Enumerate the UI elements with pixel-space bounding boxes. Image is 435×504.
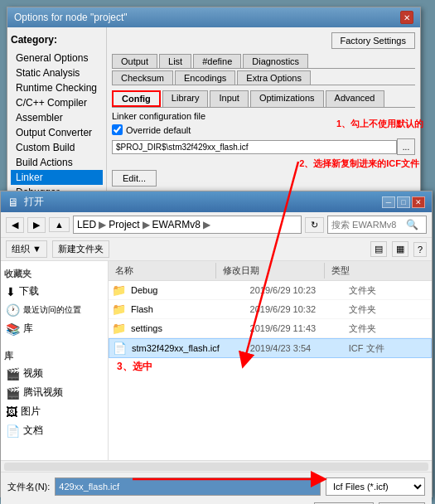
top-window-title: Options for node "project": [14, 12, 128, 23]
col-type: 类型: [325, 263, 432, 279]
file-row-flash[interactable]: 📁 Flash 2019/6/29 10:32 文件夹: [109, 300, 432, 319]
tab-list[interactable]: List: [159, 54, 191, 68]
breadcrumb[interactable]: LED ▶ Project ▶ EWARMv8 ▶: [73, 216, 302, 234]
bottom-window-title: 打开: [24, 195, 44, 209]
lib-documents[interactable]: 📄 文档: [4, 421, 104, 440]
breadcrumb-item-led[interactable]: LED: [77, 219, 96, 230]
recent-icon: 🕐: [6, 303, 20, 317]
cat-general[interactable]: General Options: [11, 51, 103, 65]
fav-recent[interactable]: 🕐 最近访问的位置: [4, 301, 104, 319]
refresh-button[interactable]: ↻: [305, 217, 324, 233]
filename-input[interactable]: [55, 477, 321, 496]
pictures-icon: 🖼: [6, 405, 17, 419]
tab-output[interactable]: Output: [112, 54, 157, 68]
file-row-icf[interactable]: 📄 stm32f429xx_flash.icf 2019/4/23 3:54 I…: [109, 338, 432, 358]
search-box[interactable]: 🔍: [327, 216, 427, 234]
close-button[interactable]: ✕: [412, 196, 425, 208]
qq-video-icon: 🎬: [6, 386, 20, 400]
lib-pictures[interactable]: 🖼 图片: [4, 402, 104, 421]
tab-checksum[interactable]: Checksum: [112, 70, 173, 85]
tabs-row2: Checksum Encodings Extra Options: [112, 70, 415, 85]
override-checkbox[interactable]: [112, 124, 123, 135]
file-row-debug[interactable]: 📁 Debug 2019/6/29 10:23 文件夹: [109, 281, 432, 300]
top-window-body: Category: General Options Static Analysi…: [7, 27, 420, 213]
scrollbar-track: [4, 463, 428, 471]
documents-icon: 📄: [6, 424, 20, 438]
col-name: 名称: [109, 263, 216, 279]
bottom-title-bar: 🖥 打开 ─ □ ✕: [1, 191, 432, 212]
fav-library[interactable]: 📚 库: [4, 319, 104, 338]
edit-row: Edit...: [112, 170, 415, 187]
tab-advanced[interactable]: Advanced: [326, 90, 384, 107]
cat-compiler[interactable]: C/C++ Compiler: [11, 95, 103, 110]
up-button[interactable]: ▲: [49, 217, 70, 232]
top-title-bar: Options for node "project" ✕: [7, 7, 420, 27]
filetype-select[interactable]: Icf Files (*.icf): [326, 477, 425, 496]
breadcrumb-item-ewarmv8[interactable]: EWARMv8: [152, 219, 201, 230]
help-button[interactable]: ?: [413, 242, 427, 257]
fav-download[interactable]: ⬇ 下载: [4, 282, 104, 301]
annotation-3: 3、选中: [117, 361, 152, 372]
minimize-button[interactable]: ─: [382, 196, 395, 208]
tab-config[interactable]: Config: [112, 90, 161, 107]
annotation-2: 2、选择新复制进来的ICF文件: [299, 158, 419, 170]
view-button[interactable]: ▤: [370, 241, 387, 257]
favorites-panel: 收藏夹 ⬇ 下载 🕐 最近访问的位置 📚 库 库 🎬 视频 🎬 腾讯视频: [1, 261, 109, 460]
lib-video[interactable]: 🎬 视频: [4, 364, 104, 383]
tab-input[interactable]: Input: [210, 90, 248, 107]
bottom-buttons-row: 4、打开 打开(O) 取消: [1, 499, 432, 504]
lib-pictures-label: 图片: [21, 405, 41, 419]
view-button-2[interactable]: ▦: [392, 241, 408, 257]
factory-settings-button[interactable]: Factory Settings: [331, 32, 415, 49]
browse-button[interactable]: ...: [397, 138, 415, 155]
files-panel: 名称 修改日期 类型 📁 Debug 2019/6/29 10:23 文件夹 📁…: [109, 261, 432, 460]
breadcrumb-item-project[interactable]: Project: [109, 219, 139, 230]
lib-video-label: 视频: [23, 366, 43, 380]
cat-assembler[interactable]: Assembler: [11, 110, 103, 125]
scrollbar-bottom: [1, 460, 432, 472]
cat-linker[interactable]: Linker: [11, 170, 103, 185]
cat-build-actions[interactable]: Build Actions: [11, 155, 103, 170]
breadcrumb-sep3: ▶: [203, 219, 210, 230]
cat-static[interactable]: Static Analysis: [11, 65, 103, 80]
tab-library[interactable]: Library: [162, 90, 209, 107]
file-date-settings: 2019/6/29 11:43: [250, 323, 350, 333]
annotation-1: 1、勾上不使用默认的: [336, 118, 423, 130]
file-date-flash: 2019/6/29 10:32: [250, 304, 350, 314]
tab-diagnostics[interactable]: Diagnostics: [243, 54, 308, 68]
top-close-button[interactable]: ✕: [400, 11, 413, 24]
tab-encodings[interactable]: Encodings: [175, 70, 235, 85]
right-panel: Factory Settings Output List #define Dia…: [107, 27, 420, 213]
cat-runtime[interactable]: Runtime Checking: [11, 80, 103, 95]
new-folder-button[interactable]: 新建文件夹: [52, 240, 109, 258]
folder-icon-debug: 📁: [112, 284, 126, 297]
tab-define[interactable]: #define: [193, 54, 241, 68]
maximize-button[interactable]: □: [397, 196, 410, 208]
download-icon: ⬇: [6, 285, 16, 298]
forward-button[interactable]: ▶: [27, 217, 46, 233]
icf-path: $PROJ_DIR$\stm32f429xx_flash.icf: [112, 140, 397, 154]
file-name-icf: stm32f429xx_flash.icf: [132, 343, 250, 353]
back-button[interactable]: ◀: [6, 217, 24, 233]
files-header: 名称 修改日期 类型: [109, 261, 432, 281]
file-type-icf: ICF 文件: [349, 342, 428, 355]
tab-optimizations[interactable]: Optimizations: [250, 90, 324, 107]
cat-custom-build[interactable]: Custom Build: [11, 140, 103, 155]
library-icon: 📚: [6, 322, 20, 336]
video-icon: 🎬: [6, 367, 20, 380]
file-row-settings[interactable]: 📁 settings 2019/6/29 11:43 文件夹: [109, 319, 432, 338]
search-input[interactable]: [331, 220, 406, 230]
edit-button[interactable]: Edit...: [112, 170, 157, 187]
tab-extra-options[interactable]: Extra Options: [237, 70, 311, 85]
breadcrumb-sep2: ▶: [143, 219, 150, 230]
path-row: $PROJ_DIR$\stm32f429xx_flash.icf ... 2、选…: [112, 138, 415, 155]
cat-output-converter[interactable]: Output Converter: [11, 125, 103, 140]
lib-qq-video[interactable]: 🎬 腾讯视频: [4, 383, 104, 402]
fav-download-label: 下载: [19, 284, 39, 298]
override-label: Override default: [126, 125, 191, 135]
file-browser: 收藏夹 ⬇ 下载 🕐 最近访问的位置 📚 库 库 🎬 视频 🎬 腾讯视频: [1, 261, 432, 460]
organize-button[interactable]: 组织 ▼: [6, 240, 47, 258]
search-icon: 🔍: [406, 219, 418, 230]
file-type-flash: 文件夹: [349, 303, 428, 316]
favorites-label: 收藏夹: [4, 268, 104, 280]
